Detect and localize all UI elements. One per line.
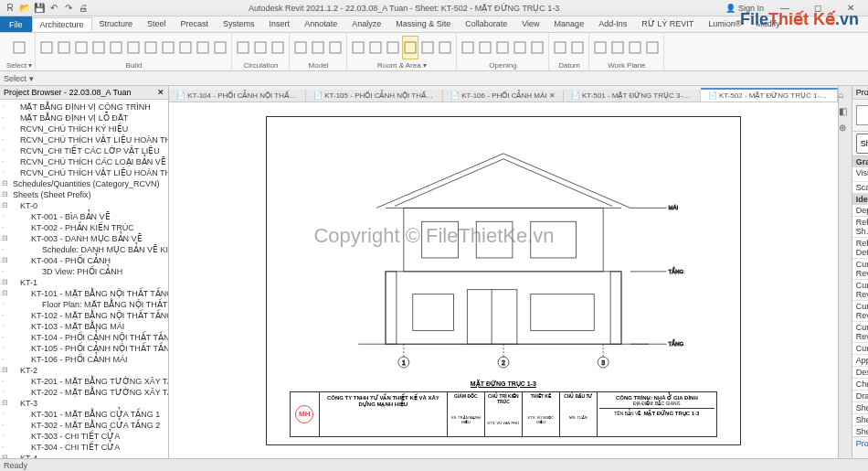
tree-node[interactable]: KT-104 - PHỐI CẢNH NỘI THẤT TẦNG 1 [0, 332, 168, 343]
level-button[interactable] [552, 36, 568, 59]
tree-node[interactable]: KT-2 [0, 365, 168, 376]
tree-node[interactable]: KT-304 - CHI TIẾT CỬA [0, 442, 168, 453]
wall-button[interactable] [494, 36, 511, 59]
window-button[interactable] [73, 36, 90, 59]
tree-node[interactable]: KT-301 - MẶT BẰNG CỬA TẦNG 1 [0, 409, 168, 420]
tree-node[interactable]: KT-302 - MẶT BẰNG CỬA TẦNG 2 [0, 420, 168, 431]
property-row[interactable]: Visibility/Graphi…Edit… [852, 167, 868, 182]
document-tab[interactable]: 📄 KT-106 - PHỐI CẢNH MÁI ✕ [443, 90, 564, 102]
type-selector[interactable]: Sheet: MẶT ĐỨNG TF [856, 134, 868, 154]
tree-node[interactable]: RCVN_CHÚ THÍCH CÁC LOẠI BẢN VẼ [0, 156, 168, 167]
select-dropdown[interactable]: Select ▾ [4, 74, 34, 83]
tree-node[interactable]: Sheets (Sheet Prefix) [0, 189, 168, 200]
ribbon-tab-rlrevit[interactable]: RỪ LÝ REVIT [634, 17, 701, 31]
property-row[interactable]: Drawn ByAuthor [852, 391, 868, 402]
ribbon-tab-analyze[interactable]: Analyze [344, 17, 388, 31]
tree-node[interactable]: RCVN_CHÚ THÍCH VẬT LIỆU HOÀN THIỆN 2 [0, 167, 168, 178]
shaft-button[interactable] [477, 36, 493, 59]
property-row[interactable]: Sheet Issue Date04/08/19 [852, 426, 868, 436]
document-tab[interactable]: 📄 KT-502 - MẶT ĐỨNG TRỤC 1-3 ✕ [701, 88, 838, 102]
close-icon[interactable]: ✕ [157, 88, 164, 97]
document-tab[interactable]: 📄 KT-104 - PHỐI CẢNH NỘI THẤT TẦ… ✕ [169, 90, 306, 102]
property-row[interactable]: Checked ByChecker [852, 379, 868, 391]
ribbon-tab-collaborate[interactable]: Collaborate [458, 17, 514, 31]
save-icon[interactable]: 💾 [33, 2, 46, 15]
set-button[interactable] [592, 36, 609, 59]
wall-button[interactable] [38, 36, 55, 59]
area-boundary-button[interactable] [419, 36, 436, 59]
print-icon[interactable]: 🖨 [77, 2, 90, 15]
tree-node[interactable]: KT-106 - PHỐI CẢNH MÁI [0, 354, 168, 365]
tree-node[interactable]: RCVN_CHÚ THÍCH VẬT LIỆU HOÀN THIỆN [0, 134, 168, 145]
project-browser-tree[interactable]: MẶT BẰNG ĐỊNH VỊ CÔNG TRÌNHMẶT BẰNG ĐỊNH… [0, 100, 168, 458]
tree-node[interactable]: KT-3 [0, 398, 168, 409]
ribbon-tab-steel[interactable]: Steel [140, 17, 174, 31]
tree-node[interactable]: MẶT BẰNG ĐỊNH VỊ CÔNG TRÌNH [0, 102, 168, 112]
tree-node[interactable]: KT-003 - DANH MỤC BẢN VẼ [0, 233, 168, 244]
door-button[interactable] [56, 36, 72, 59]
steering-icon[interactable]: ⊕ [839, 123, 852, 135]
nav-icon[interactable]: ⌂ [839, 90, 852, 102]
cube-icon[interactable]: ◧ [839, 106, 852, 119]
tree-node[interactable]: KT-103 - MẶT BẰNG MÁI [0, 321, 168, 332]
document-tab[interactable]: 📄 KT-501 - MẶT ĐỨNG TRỤC 3-1 ✕ [564, 90, 701, 102]
ramp-button[interactable] [252, 36, 269, 59]
property-row[interactable]: Scale1 : 75 [852, 182, 868, 194]
model-line-button[interactable] [310, 36, 326, 59]
tree-node[interactable]: KT-303 - CHI TIẾT CỬA [0, 431, 168, 442]
railing-button[interactable] [235, 36, 251, 59]
property-row[interactable]: DependencyIndependent [852, 205, 868, 217]
property-row[interactable]: Sheet NumberKT-503 [852, 402, 868, 414]
curtain-system-button[interactable] [177, 36, 194, 59]
tree-node[interactable]: RCVN_CHI TIẾT CÁC LỚP VẬT LIỆU [0, 145, 168, 156]
ref-plane-button[interactable] [627, 36, 643, 59]
vertical-button[interactable] [512, 36, 528, 59]
ribbon-tab-systems[interactable]: Systems [216, 17, 262, 31]
ceiling-button[interactable] [143, 36, 159, 59]
tree-node[interactable]: Schedules/Quantities (Category_RCVN) [0, 178, 168, 189]
tree-node[interactable]: KT-001 - BÌA BẢN VẼ [0, 211, 168, 222]
column-button[interactable] [108, 36, 124, 59]
property-row[interactable]: Current Revisio… [852, 301, 868, 322]
room-button[interactable] [350, 36, 366, 59]
ribbon-tab-manage[interactable]: Manage [547, 17, 592, 31]
ribbon-tab-view[interactable]: View [514, 17, 546, 31]
ribbon-tab-insert[interactable]: Insert [262, 17, 298, 31]
tree-node[interactable]: RCVN_CHÚ THÍCH KÝ HIỆU [0, 123, 168, 134]
properties-grid[interactable]: GraphicsVisibility/Graphi…Edit…Scale1 : … [852, 156, 868, 436]
ribbon-tab-annotate[interactable]: Annotate [297, 17, 344, 31]
tag-area-button[interactable] [437, 36, 453, 59]
tree-node[interactable]: KT-101 - MẶT BẰNG NỘI THẤT TẦNG 1 [0, 288, 168, 299]
ribbon-tab-architecture[interactable]: Architecture [32, 17, 92, 31]
document-tab[interactable]: 📄 KT-105 - PHỐI CẢNH NỘI THẤT TẦ… ✕ [306, 90, 443, 102]
open-icon[interactable]: 📂 [18, 2, 31, 15]
undo-icon[interactable]: ↶ [48, 2, 60, 15]
ribbon-tab-structure[interactable]: Structure [92, 17, 141, 31]
ribbon-tab-addins[interactable]: Add-Ins [591, 17, 634, 31]
tree-node[interactable]: KT-002 - PHẦN KIẾN TRÚC [0, 222, 168, 233]
mullion-button[interactable] [212, 36, 228, 59]
ribbon-tab-massingsite[interactable]: Massing & Site [388, 17, 458, 31]
properties-help-link[interactable]: Properties help [856, 439, 868, 456]
model-text-button[interactable] [292, 36, 309, 59]
property-row[interactable]: Sheet NameMẶT ĐỨNG TRỤ… [852, 414, 868, 426]
show-button[interactable] [609, 36, 626, 59]
property-row[interactable]: Approved ByApprover [852, 355, 868, 367]
stair-button[interactable] [270, 36, 286, 59]
property-row[interactable]: Designed ByDesigner [852, 367, 868, 379]
property-row[interactable]: Referencing Det… [852, 238, 868, 259]
property-row[interactable]: Current Revision [852, 343, 868, 355]
tree-node[interactable]: 3D View: PHỐI CẢNH [0, 266, 168, 277]
tree-node[interactable]: Schedule: DANH MỤC BẢN VẼ KIẾN TRÚC [0, 244, 168, 255]
tag-room-button[interactable] [385, 36, 401, 59]
viewport[interactable]: 1 2 3 MÁI TẦNG 2 TẦNG 1 MẶT Đ [169, 102, 838, 458]
component-button[interactable] [90, 36, 107, 59]
property-row[interactable]: Referencing Sh… [852, 217, 868, 238]
tree-node[interactable]: KT-4 [0, 453, 168, 458]
roof-button[interactable] [125, 36, 142, 59]
modify-button[interactable] [11, 36, 27, 59]
tree-node[interactable]: KT-202 - MẶT BẰNG TƯỜNG XÂY TẦNG 2 [0, 387, 168, 398]
tree-node[interactable]: KT-102 - MẶT BẰNG NỘI THẤT TẦNG 2 [0, 310, 168, 321]
tree-node[interactable]: KT-105 - PHỐI CẢNH NỘI THẤT TẦNG 2 [0, 343, 168, 354]
redo-icon[interactable]: ↷ [62, 2, 75, 15]
